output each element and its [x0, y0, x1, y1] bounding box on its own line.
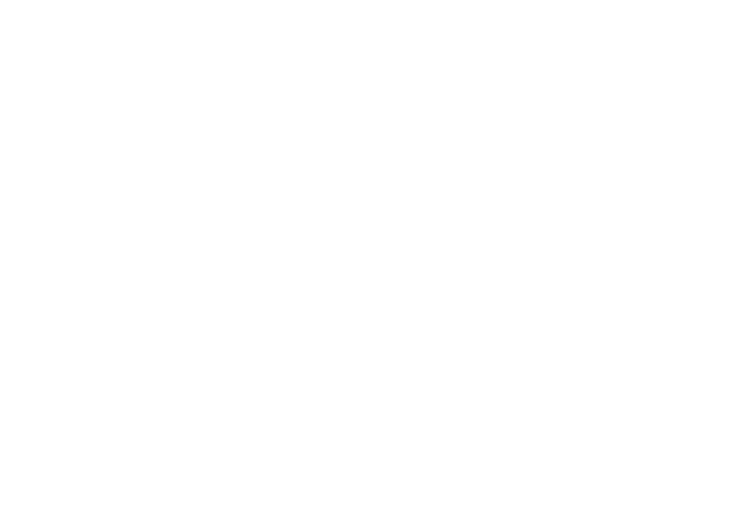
flowchart-canvas: [0, 0, 756, 532]
